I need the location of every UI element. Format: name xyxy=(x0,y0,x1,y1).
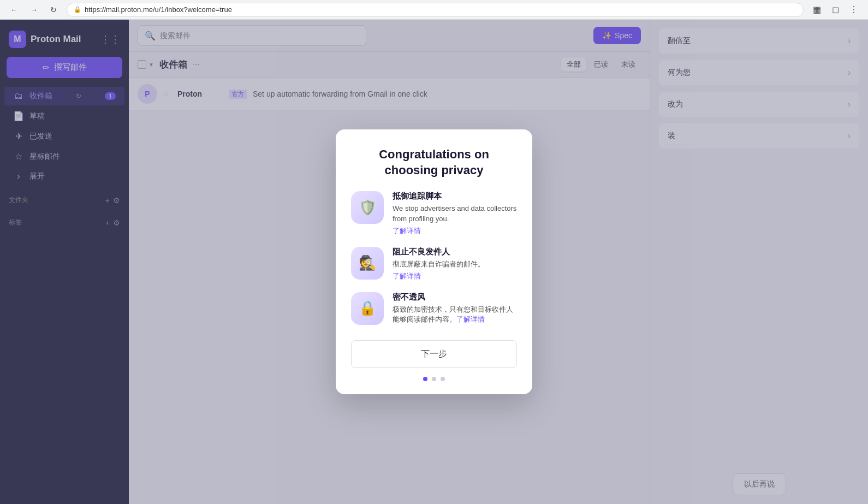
extensions-button[interactable]: ▦ xyxy=(809,2,824,17)
feature-link-0[interactable]: 了解详情 xyxy=(393,226,517,236)
address-bar[interactable]: 🔒 https://mail.proton.me/u/1/inbox?welco… xyxy=(67,3,804,17)
lock-stars-icon: 🔒 xyxy=(359,300,376,317)
block-sender-icon: 🕵️ xyxy=(351,247,384,280)
feature-title-1: 阻止不良发件人 xyxy=(393,247,517,257)
dot-2 xyxy=(432,377,436,381)
feature-title-2: 密不透风 xyxy=(393,292,517,303)
browser-nav-controls: ← → ↻ xyxy=(7,2,61,17)
dot-1 xyxy=(423,377,427,381)
feature-text-1: 阻止不良发件人 彻底屏蔽来自诈骗者的邮件。 了解详情 xyxy=(393,247,517,281)
feature-text-2: 密不透风 极致的加密技术，只有您和目标收件人能够阅读邮件内容。了解详情 xyxy=(393,292,517,324)
pagination-dots xyxy=(351,377,517,381)
url-text: https://mail.proton.me/u/1/inbox?welcome… xyxy=(85,5,232,14)
feature-item-tracker-block: 🛡️ 抵御追踪脚本 We stop advertisers and data c… xyxy=(351,191,517,235)
feature-text-0: 抵御追踪脚本 We stop advertisers and data coll… xyxy=(393,191,517,235)
feature-desc-0: We stop advertisers and data collectors … xyxy=(393,204,517,223)
next-button[interactable]: 下一步 xyxy=(351,340,517,368)
overlay: Congratulations on choosing privacy 🛡️ 抵… xyxy=(0,20,868,504)
lock-icon: 🔒 xyxy=(74,6,81,13)
encryption-icon: 🔒 xyxy=(351,292,384,325)
refresh-button[interactable]: ↻ xyxy=(46,2,61,17)
back-button[interactable]: ← xyxy=(7,2,22,17)
browser-extra-actions: ▦ ◻ ⋮ xyxy=(809,2,861,17)
feature-link-2[interactable]: 了解详情 xyxy=(456,315,485,323)
welcome-modal: Congratulations on choosing privacy 🛡️ 抵… xyxy=(336,129,532,394)
dot-3 xyxy=(441,377,445,381)
browser-chrome: ← → ↻ 🔒 https://mail.proton.me/u/1/inbox… xyxy=(0,0,868,20)
feature-item-block-sender: 🕵️ 阻止不良发件人 彻底屏蔽来自诈骗者的邮件。 了解详情 xyxy=(351,247,517,281)
feature-item-encryption: 🔒 密不透风 极致的加密技术，只有您和目标收件人能够阅读邮件内容。了解详情 xyxy=(351,292,517,325)
feature-link-1[interactable]: 了解详情 xyxy=(393,271,517,281)
tracker-block-icon: 🛡️ xyxy=(351,191,384,224)
modal-title: Congratulations on choosing privacy xyxy=(351,147,517,178)
hat-icon: 🕵️ xyxy=(359,254,376,271)
shield-icon: 🛡️ xyxy=(359,199,376,216)
forward-button[interactable]: → xyxy=(26,2,41,17)
profile-button[interactable]: ◻ xyxy=(828,2,843,17)
menu-button[interactable]: ⋮ xyxy=(846,2,861,17)
feature-desc-1: 彻底屏蔽来自诈骗者的邮件。 xyxy=(393,259,517,269)
feature-desc-2: 极致的加密技术，只有您和目标收件人能够阅读邮件内容。了解详情 xyxy=(393,305,517,324)
feature-title-0: 抵御追踪脚本 xyxy=(393,191,517,201)
